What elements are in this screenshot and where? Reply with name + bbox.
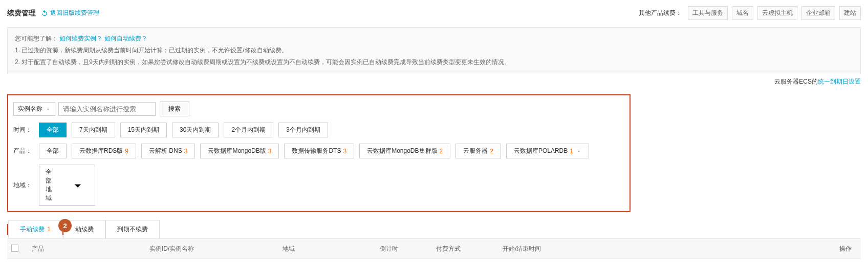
notice-link-auto[interactable]: 如何自动续费？ [104,35,147,42]
chevron-down-icon [576,149,581,154]
other-products: 其他产品续费： 工具与服务 域名 云虚拟主机 企业邮箱 建站 [639,6,861,20]
prod-opt-mongo-label: 云数据库MongoDB版 [208,147,266,155]
prod-opt-rds-label: 云数据库RDS版 [79,147,123,155]
back-link-text: 返回旧版续费管理 [50,9,99,17]
prod-opt-dts-count: 3 [343,148,346,155]
tab-manual[interactable]: 手动续费 1 [8,220,62,237]
page-title: 续费管理 [7,9,36,18]
prod-opt-rds-count: 9 [125,148,128,155]
chevron-down-icon [46,107,51,112]
time-label: 时间： [13,126,39,134]
prod-opt-ecs[interactable]: 云服务器2 [455,144,501,158]
prod-opt-ecs-label: 云服务器 [463,147,488,155]
renew-table: 产品 实例ID/实例名称 地域 倒计时 付费方式 开始/结束时间 操作 云数据库… [7,238,861,262]
th-op: 操作 [605,245,857,253]
back-link[interactable]: 返回旧版续费管理 [41,9,99,17]
search-field-label: 实例名称 [18,105,42,113]
other-link-vhost[interactable]: 云虚拟主机 [757,6,797,20]
filter-panel: 实例名称 搜索 时间： 全部 7天内到期 15天内到期 30天内到期 2个月内到… [7,94,631,212]
prod-opt-mongo[interactable]: 云数据库MongoDB版3 [200,144,279,158]
prod-opt-polardb[interactable]: 云数据库POLARDB1 [506,144,589,158]
prod-opt-all-label: 全部 [47,147,59,155]
region-label: 地域： [13,181,39,190]
tab-norenew[interactable]: 到期不续费 [105,220,160,238]
time-opt-all[interactable]: 全部 [39,123,67,137]
prod-opt-mongo-count: 3 [268,148,272,155]
search-field-select[interactable]: 实例名称 [13,102,55,116]
ecs-set-row: 云服务器ECS的统一到期日设置 [774,77,861,86]
time-opt-30d[interactable]: 30天内到期 [172,123,219,137]
time-opt-15d[interactable]: 15天内到期 [120,123,167,137]
undo-icon [41,10,48,17]
prod-opt-dns-label: 云解析 DNS [149,147,182,155]
prod-opt-mongocluster[interactable]: 云数据库MongoDB集群版2 [359,144,450,158]
other-link-site[interactable]: 建站 [839,6,861,20]
prod-opt-polardb-count: 1 [570,148,573,155]
prod-opt-mongocluster-count: 2 [440,148,443,155]
notice-intro: 您可能想了解： [15,35,58,42]
prod-opt-rds[interactable]: 云数据库RDS版9 [72,144,136,158]
prod-opt-all[interactable]: 全部 [39,144,67,158]
product-label: 产品： [13,147,39,155]
th-region: 地域 [283,245,380,253]
prod-opt-polardb-label: 云数据库POLARDB [514,147,568,155]
th-countdown: 倒计时 [380,245,436,253]
prod-opt-dts-label: 数据传输服务DTS [292,147,341,155]
time-opt-3m[interactable]: 3个月内到期 [278,123,328,137]
search-input[interactable] [58,102,156,116]
prod-opt-mongocluster-label: 云数据库MongoDB集群版 [367,147,437,155]
top-bar: 续费管理 返回旧版续费管理 其他产品续费： 工具与服务 域名 云虚拟主机 企业邮… [7,6,861,24]
checkbox-all[interactable] [11,245,18,252]
prod-opt-ecs-count: 2 [490,148,493,155]
notice-line-2: 2. 对于配置了自动续费，且9天内到期的实例，如果您尝试修改自动续费周期或设置为… [15,56,853,68]
tab-manual-label: 手动续费 [20,226,45,233]
prod-opt-dts[interactable]: 数据传输服务DTS3 [284,144,354,158]
ecs-set-link[interactable]: 统一到期日设置 [818,78,861,85]
prod-opt-dns[interactable]: 云解析 DNS3 [141,144,195,158]
notice-link-renew[interactable]: 如何续费实例？ [59,35,102,42]
prod-opt-dns-count: 3 [184,148,188,155]
table-header: 产品 实例ID/实例名称 地域 倒计时 付费方式 开始/结束时间 操作 [7,239,861,259]
other-link-tools[interactable]: 工具与服务 [688,6,728,20]
chevron-down-icon [70,178,85,193]
th-paytype: 付费方式 [436,245,503,253]
time-opt-7d[interactable]: 7天内到期 [72,123,115,137]
notice-line-1: 1. 已过期的资源，新续费周期从续费当前时间开始计算；已过期的实例，不允许设置/… [15,45,853,56]
time-opt-2m[interactable]: 2个月内到期 [224,123,273,137]
region-value: 全部地域 [46,168,55,203]
th-product: 产品 [32,245,149,253]
table-row: 云数据库POLARDB pc- 华东1（杭州） 28天 包年包月 2019-04… [7,259,861,262]
search-button[interactable]: 搜索 [160,102,189,116]
th-time: 开始/结束时间 [503,244,605,253]
other-link-domain[interactable]: 域名 [732,6,753,20]
notice-box: 您可能想了解： 如何续费实例？ 如何自动续费？ 1. 已过期的资源，新续费周期从… [7,27,861,73]
other-products-label: 其他产品续费： [639,9,682,17]
other-link-mail[interactable]: 企业邮箱 [801,6,835,20]
tabs: 手动续费 1 2 动续费 到期不续费 [7,220,861,238]
ecs-prefix: 云服务器ECS的 [774,78,818,85]
tab-manual-count: 1 [47,226,51,233]
region-select[interactable]: 全部地域 [39,165,95,206]
th-instance: 实例ID/实例名称 [149,245,283,253]
